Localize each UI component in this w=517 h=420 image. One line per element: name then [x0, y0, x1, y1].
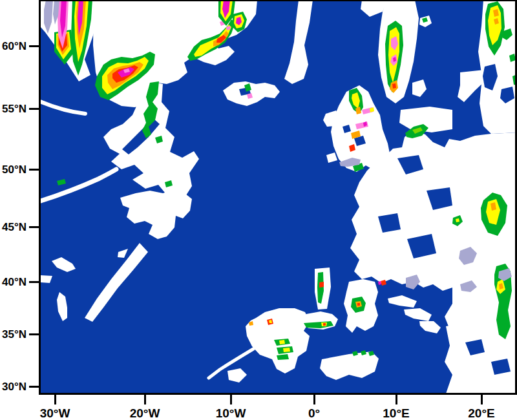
- x-tick-10°E: [396, 395, 397, 404]
- x-tick-20°W: [144, 395, 146, 404]
- r-corsica: [357, 303, 360, 306]
- bottom-axis-line: [39, 393, 517, 395]
- y-tick-label-30°N: 30°N: [2, 381, 26, 393]
- y-eu-dot: [456, 218, 459, 222]
- y-tick-label-55°N: 55°N: [2, 103, 26, 115]
- x-tick-label-0°: 0°: [308, 406, 320, 420]
- y-tick-30°N: [29, 386, 39, 388]
- y-tick-label-50°N: 50°N: [2, 163, 26, 176]
- y-spain2: [279, 340, 285, 344]
- y-tick-45°N: [29, 226, 39, 228]
- y-tick-50°N: [29, 169, 39, 171]
- y-tick-label-60°N: 60°N: [2, 40, 26, 52]
- x-tick-label-20°E: 20°E: [468, 406, 494, 420]
- x-tick-10°W: [230, 395, 232, 404]
- x-tick-label-30°W: 30°W: [40, 406, 70, 420]
- y-spain: [283, 348, 290, 352]
- y-tick-40°N: [29, 281, 39, 283]
- y-tick-60°N: [29, 45, 39, 47]
- left-axis-line: [39, 0, 41, 395]
- x-tick-30°W: [54, 395, 56, 404]
- y-tick-label-45°N: 45°N: [2, 221, 26, 233]
- r-strip-vert: [319, 282, 324, 288]
- map-layers: [40, 0, 517, 394]
- y-tick-55°N: [29, 108, 39, 110]
- x-tick-20°E: [481, 395, 483, 404]
- top-frame-line: [39, 0, 517, 1]
- x-tick-label-10°E: 10°E: [383, 406, 409, 420]
- r-norway: [392, 83, 396, 89]
- map-canvas: 60°N55°N50°N45°N40°N35°N30°N30°W20°W10°W…: [0, 0, 517, 420]
- y-tick-35°N: [29, 333, 39, 335]
- x-tick-label-20°W: 20°W: [130, 406, 160, 420]
- y-tick-label-35°N: 35°N: [2, 328, 26, 341]
- r-balearic: [323, 323, 326, 326]
- weather-map-figure: 60°N55°N50°N45°N40°N35°N30°N30°W20°W10°W…: [0, 0, 517, 420]
- x-tick-0°: [313, 395, 315, 404]
- y-tick-label-40°N: 40°N: [2, 276, 26, 288]
- x-tick-label-10°W: 10°W: [216, 406, 246, 420]
